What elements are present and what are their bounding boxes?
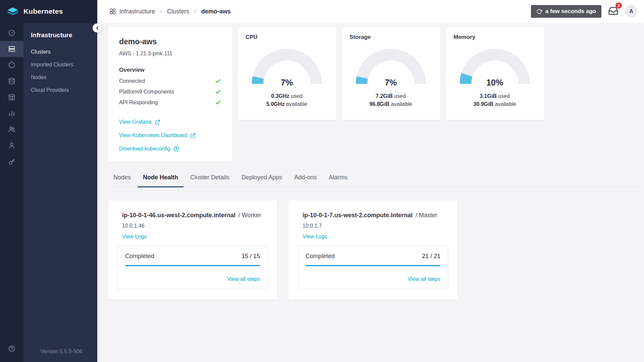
download-kubeconfig-label: Download kubeconfig — [119, 146, 170, 152]
tab-deployed-apps[interactable]: Deployed Apps — [236, 174, 287, 187]
check-row-connected: Connected — [119, 78, 221, 84]
memory-percent-label: 10% — [453, 78, 536, 87]
download-kubeconfig-link[interactable]: Download kubeconfig — [119, 146, 221, 152]
dashboard-icon — [8, 29, 15, 37]
rail-item-nodes[interactable] — [0, 57, 23, 73]
users-group-icon — [8, 126, 15, 133]
check-label: API Responding — [119, 100, 158, 106]
node-steps-box: Completed 21 / 21 View all steps — [298, 246, 448, 289]
rail-item-workloads[interactable] — [0, 89, 23, 105]
node-hostname: ip-10-0-1-46.us-west-2.compute.internal — [122, 212, 235, 219]
sidebar-item-nodes[interactable]: Nodes — [31, 71, 97, 84]
sidebar-item-imported-clusters[interactable]: Imported Clusters — [31, 58, 97, 71]
view-all-steps-link[interactable]: View all steps — [227, 276, 260, 282]
rail-item-api-access[interactable] — [0, 154, 23, 170]
version-label: Version 5.5.0-506 — [40, 349, 82, 355]
app-title: Kubernetes — [23, 7, 63, 15]
memory-available-suffix: available — [495, 101, 516, 107]
memory-available: 30.9GiB available — [453, 100, 536, 108]
tab-alarms[interactable]: Alarms — [323, 174, 353, 187]
node-ip: 10.0.1.46 — [122, 223, 268, 229]
cpu-percent-label: 7% — [246, 78, 328, 87]
topbar: Infrastructure Clusters demo-aws a few s… — [97, 0, 644, 23]
cpu-used-value: 0.3GHz — [271, 93, 289, 99]
main-area: Infrastructure Clusters demo-aws a few s… — [97, 0, 644, 362]
cpu-stats: 0.3GHz used 5.0GHz available — [246, 92, 328, 108]
sidebar-nav: Infrastructure Clusters Imported Cluster… — [23, 23, 97, 362]
icon-rail — [0, 23, 23, 362]
key-icon — [8, 158, 15, 165]
steps-status: Completed — [125, 253, 154, 260]
refresh-button[interactable]: a few seconds ago — [531, 5, 601, 18]
steps-header: Completed 15 / 15 — [125, 253, 260, 260]
cluster-tabs: Nodes Node Health Cluster Details Deploy… — [108, 174, 638, 187]
chevron-right-icon — [158, 9, 164, 14]
view-logs-link[interactable]: View Logs — [303, 234, 327, 240]
storage-stats: 7.2GiB used 96.8GiB available — [350, 92, 432, 108]
cluster-name: demo-aws — [119, 37, 221, 46]
cpu-available: 5.0GHz available — [246, 100, 328, 108]
steps-header: Completed 21 / 21 — [306, 253, 440, 260]
rail-item-storage[interactable] — [0, 73, 23, 89]
check-row-platform9-components: Platform9 Components — [119, 89, 221, 95]
storage-used-suffix: used — [394, 93, 406, 99]
sidebar: Kubernetes — [0, 0, 97, 362]
download-circle-icon — [173, 146, 179, 152]
view-kubernetes-dashboard-link[interactable]: View Kubernetes Dashboard — [119, 132, 221, 138]
nodes-hexagon-icon — [8, 61, 15, 69]
view-all-steps-link[interactable]: View all steps — [408, 276, 440, 282]
storage-available-suffix: available — [391, 101, 412, 107]
cluster-links: View Grafana View Kubernetes Dashboard — [119, 119, 221, 152]
rail-item-user-management[interactable] — [0, 137, 23, 154]
view-logs-link[interactable]: View Logs — [122, 234, 147, 240]
breadcrumb-infrastructure[interactable]: Infrastructure — [119, 8, 155, 15]
cpu-gauge: 7% — [246, 44, 328, 87]
breadcrumb: Infrastructure Clusters demo-aws — [109, 8, 231, 15]
rail-item-monitoring[interactable] — [0, 105, 23, 121]
tab-nodes[interactable]: Nodes — [108, 174, 136, 187]
cpu-used-suffix: used — [291, 93, 303, 99]
app-logo[interactable]: Kubernetes — [0, 0, 97, 23]
check-icon — [215, 78, 221, 84]
tab-add-ons[interactable]: Add-ons — [289, 174, 322, 187]
check-row-api-responding: API Responding — [119, 100, 221, 106]
tab-cluster-details[interactable]: Cluster Details — [185, 174, 235, 187]
rail-item-dashboard[interactable] — [0, 25, 23, 41]
notifications-button[interactable]: 2 — [607, 5, 619, 18]
rail-item-help[interactable] — [0, 341, 23, 357]
node-hostname-line: ip-10-0-1-46.us-west-2.compute.internal … — [122, 212, 268, 219]
steps-footer: View all steps — [306, 276, 440, 284]
memory-stats: 3.1GiB used 30.9GiB available — [453, 92, 536, 108]
view-grafana-link[interactable]: View Grafana — [119, 119, 221, 125]
node-hostname-line: ip-10-0-1-7.us-west-2.compute.internal /… — [303, 212, 448, 219]
memory-available-value: 30.9GiB — [473, 101, 493, 107]
cluster-summary-card: demo-aws AWS - 1.21.3-pmk.111 Overview C… — [108, 27, 232, 162]
node-health-card-master: ip-10-0-1-7.us-west-2.compute.internal /… — [288, 200, 458, 300]
check-label: Connected — [119, 78, 145, 84]
rail-item-infrastructure[interactable] — [0, 41, 23, 57]
storage-percent-label: 7% — [350, 78, 432, 87]
sidebar-item-clusters[interactable]: Clusters — [31, 46, 97, 58]
notification-badge: 2 — [615, 2, 622, 9]
rail-item-tenants[interactable] — [0, 121, 23, 137]
overview-title: Overview — [119, 67, 221, 73]
sidebar-collapse-button[interactable] — [93, 23, 102, 33]
breadcrumb-clusters[interactable]: Clusters — [167, 8, 189, 15]
view-grafana-label: View Grafana — [119, 119, 152, 125]
storage-used: 7.2GiB used — [350, 92, 432, 100]
gauge-title-memory: Memory — [453, 34, 536, 41]
grid-table-icon — [8, 94, 15, 101]
app-root: Kubernetes — [0, 0, 644, 362]
steps-status: Completed — [306, 253, 335, 260]
storage-used-value: 7.2GiB — [376, 93, 393, 99]
sidebar-item-cloud-providers[interactable]: Cloud Providers — [31, 84, 97, 97]
avatar[interactable]: A — [625, 5, 637, 17]
refresh-icon — [536, 9, 542, 14]
sidebar-section-title: Infrastructure — [31, 32, 97, 39]
memory-gauge: 10% — [453, 44, 536, 87]
tab-node-health[interactable]: Node Health — [138, 174, 183, 187]
cluster-subtitle: AWS - 1.21.3-pmk.111 — [119, 51, 221, 57]
steps-progress-bar — [125, 265, 260, 266]
check-icon — [215, 89, 221, 95]
breadcrumb-current-cluster: demo-aws — [201, 8, 231, 15]
